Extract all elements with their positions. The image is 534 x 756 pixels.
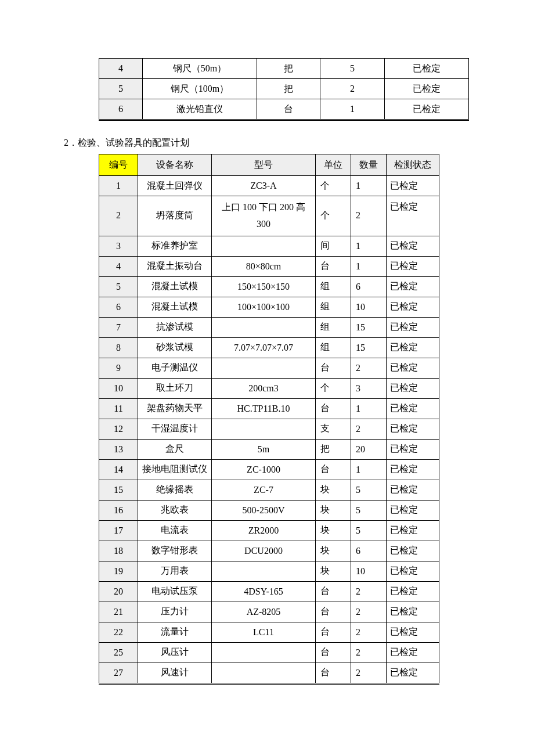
cell-model: 4DSY-165 — [212, 581, 316, 602]
cell-unit: 台 — [316, 459, 351, 480]
header-unit: 单位 — [316, 154, 351, 176]
cell-unit: 台 — [316, 581, 351, 602]
cell-unit: 把 — [257, 59, 320, 79]
cell-status: 已检定 — [385, 79, 469, 99]
cell-name: 接地电阻测试仪 — [138, 459, 212, 480]
table-row: 20电动试压泵4DSY-165台2已检定 — [99, 581, 439, 602]
header-num: 编号 — [99, 154, 138, 176]
cell-status: 已检定 — [387, 500, 439, 520]
cell-qty: 2 — [351, 581, 387, 602]
cell-qty: 2 — [351, 419, 387, 439]
cell-qty: 2 — [351, 642, 387, 663]
cell-qty: 15 — [351, 337, 387, 358]
cell-qty: 2 — [320, 79, 385, 99]
cell-num: 5 — [99, 276, 138, 297]
cell-name: 风压计 — [138, 642, 212, 663]
cell-unit: 台 — [316, 602, 351, 622]
cell-model — [212, 561, 316, 581]
cell-unit: 个 — [316, 196, 351, 236]
cell-unit: 台 — [316, 358, 351, 378]
cell-status: 已检定 — [387, 663, 439, 683]
cell-status: 已检定 — [387, 480, 439, 500]
cell-model: HC.TP11B.10 — [212, 398, 316, 419]
cell-num: 6 — [99, 99, 143, 120]
cell-name: 数字钳形表 — [138, 541, 212, 561]
cell-model: LC11 — [212, 622, 316, 642]
table-row: 18数字钳形表DCU2000块6已检定 — [99, 541, 439, 561]
cell-num: 4 — [99, 59, 143, 79]
table-row: 12干湿温度计支2已检定 — [99, 419, 439, 439]
cell-num: 2 — [99, 196, 138, 236]
cell-num: 10 — [99, 378, 138, 398]
cell-unit: 支 — [316, 419, 351, 439]
table-row: 14接地电阻测试仪ZC-1000台1已检定 — [99, 459, 439, 480]
cell-model: 150×150×150 — [212, 276, 316, 297]
cell-name: 干湿温度计 — [138, 419, 212, 439]
cell-num: 4 — [99, 256, 138, 276]
cell-status: 已检定 — [387, 439, 439, 459]
cell-status: 已检定 — [387, 337, 439, 358]
header-name: 设备名称 — [138, 154, 212, 176]
cell-qty: 1 — [320, 99, 385, 120]
cell-qty: 15 — [351, 317, 387, 337]
cell-model: 100×100×100 — [212, 297, 316, 317]
cell-qty: 6 — [351, 541, 387, 561]
cell-unit: 块 — [316, 520, 351, 541]
cell-num: 27 — [99, 663, 138, 683]
table1-body: 4钢尺（50m）把5已检定5钢尺（100m）把2已检定6激光铅直仪台1已检定 — [99, 59, 469, 120]
cell-qty: 5 — [351, 480, 387, 500]
cell-qty: 1 — [351, 256, 387, 276]
cell-unit: 把 — [316, 439, 351, 459]
cell-name: 流量计 — [138, 622, 212, 642]
table2-body: 1混凝土回弹仪ZC3-A个1已检定2坍落度筒上口 100 下口 200 高300… — [99, 176, 439, 684]
cell-status: 已检定 — [387, 642, 439, 663]
cell-num: 8 — [99, 337, 138, 358]
cell-unit: 块 — [316, 561, 351, 581]
table-row: 4混凝土振动台80×80cm台1已检定 — [99, 256, 439, 276]
cell-model: ZC-7 — [212, 480, 316, 500]
cell-status: 已检定 — [387, 378, 439, 398]
cell-model: 7.07×7.07×7.07 — [212, 337, 316, 358]
table-row: 27风速计台2已检定 — [99, 663, 439, 683]
cell-status: 已检定 — [387, 358, 439, 378]
cell-qty: 1 — [351, 236, 387, 256]
cell-status: 已检定 — [387, 541, 439, 561]
cell-name: 标准养护室 — [138, 236, 212, 256]
cell-model — [212, 236, 316, 256]
table-row: 9电子测温仪台2已检定 — [99, 358, 439, 378]
table2-head: 编号 设备名称 型号 单位 数量 检测状态 — [99, 154, 439, 176]
cell-qty: 2 — [351, 602, 387, 622]
cell-num: 11 — [99, 398, 138, 419]
cell-unit: 组 — [316, 337, 351, 358]
cell-num: 13 — [99, 439, 138, 459]
cell-model: 500-2500V — [212, 500, 316, 520]
cell-num: 1 — [99, 176, 138, 196]
cell-unit: 台 — [316, 642, 351, 663]
cell-name: 风速计 — [138, 663, 212, 683]
cell-num: 7 — [99, 317, 138, 337]
table-row: 16兆欧表500-2500V块5已检定 — [99, 500, 439, 520]
cell-name: 钢尺（50m） — [143, 59, 257, 79]
table-row: 13盒尺5m把20已检定 — [99, 439, 439, 459]
cell-name: 取土环刀 — [138, 378, 212, 398]
cell-model: 5m — [212, 439, 316, 459]
cell-qty: 5 — [320, 59, 385, 79]
cell-name: 钢尺（100m） — [143, 79, 257, 99]
cell-num: 12 — [99, 419, 138, 439]
cell-name: 架盘药物天平 — [138, 398, 212, 419]
cell-status: 已检定 — [387, 176, 439, 196]
cell-qty: 10 — [351, 561, 387, 581]
cell-num: 9 — [99, 358, 138, 378]
cell-num: 5 — [99, 79, 143, 99]
measurement-tools-table: 4钢尺（50m）把5已检定5钢尺（100m）把2已检定6激光铅直仪台1已检定 — [99, 58, 469, 121]
cell-unit: 块 — [316, 500, 351, 520]
cell-unit: 台 — [257, 99, 320, 120]
table-row: 7抗渗试模组15已检定 — [99, 317, 439, 337]
cell-num: 18 — [99, 541, 138, 561]
cell-qty: 2 — [351, 196, 387, 236]
cell-num: 25 — [99, 642, 138, 663]
table-row: 5钢尺（100m）把2已检定 — [99, 79, 469, 99]
cell-qty: 20 — [351, 439, 387, 459]
cell-unit: 个 — [316, 378, 351, 398]
table2-header-row: 编号 设备名称 型号 单位 数量 检测状态 — [99, 154, 439, 176]
